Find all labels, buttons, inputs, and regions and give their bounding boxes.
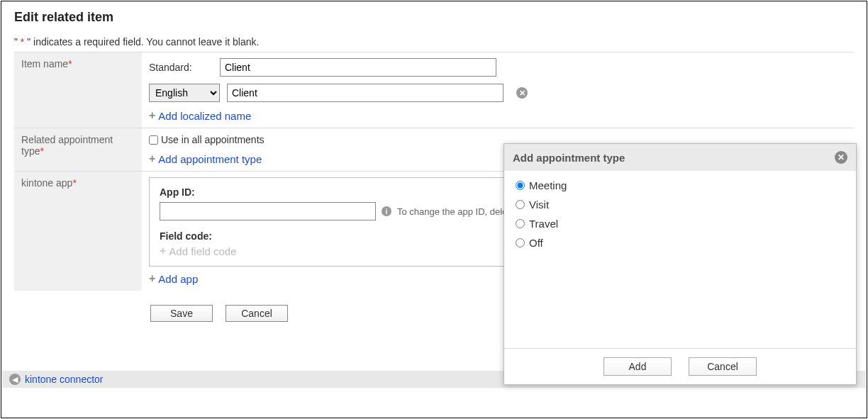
related-type-label: Related appointment type bbox=[21, 134, 113, 157]
plus-icon: + bbox=[149, 152, 155, 165]
standard-name-input[interactable] bbox=[220, 58, 496, 77]
required-mark: * bbox=[40, 145, 43, 157]
add-field-code-link: + Add field code bbox=[160, 245, 236, 257]
plus-icon: + bbox=[149, 272, 155, 285]
cancel-button[interactable]: Cancel bbox=[226, 305, 288, 322]
radio-meeting[interactable] bbox=[516, 181, 525, 190]
app-id-hint: To change the app ID, delete bbox=[397, 206, 515, 217]
app-id-input[interactable] bbox=[160, 202, 376, 220]
use-all-label: Use in all appointments bbox=[161, 134, 265, 145]
required-mark: * bbox=[72, 177, 76, 189]
add-app-text: Add app bbox=[158, 273, 198, 285]
dialog-title: Add appointment type bbox=[513, 152, 625, 164]
add-localized-name-link[interactable]: + Add localized name bbox=[149, 109, 251, 122]
radio-label: Meeting bbox=[529, 179, 567, 191]
kintone-app-label: kintone app bbox=[21, 177, 72, 189]
breadcrumb-link[interactable]: kintone connector bbox=[25, 374, 104, 385]
dialog-cancel-button[interactable]: Cancel bbox=[689, 357, 757, 376]
required-mark: * bbox=[68, 58, 72, 69]
add-localized-text: Add localized name bbox=[158, 110, 251, 122]
note-suffix: " indicates a required field. You cannot… bbox=[24, 36, 259, 48]
save-button[interactable]: Save bbox=[150, 305, 213, 322]
item-name-label: Item name bbox=[21, 58, 68, 69]
add-appointment-type-dialog: Add appointment type ✕ Meeting Visit Tra… bbox=[503, 143, 857, 385]
radio-label: Travel bbox=[529, 218, 558, 230]
add-field-code-text: Add field code bbox=[169, 245, 236, 257]
dialog-add-button[interactable]: Add bbox=[603, 357, 672, 376]
radio-label: Off bbox=[529, 237, 543, 249]
clear-localized-icon[interactable]: ✕ bbox=[516, 87, 528, 99]
plus-icon: + bbox=[160, 245, 166, 257]
page-title: Edit related item bbox=[1, 1, 867, 29]
close-icon[interactable]: ✕ bbox=[835, 151, 847, 164]
info-icon: i bbox=[382, 206, 391, 216]
radio-travel[interactable] bbox=[516, 219, 525, 228]
add-type-text: Add appointment type bbox=[158, 153, 262, 165]
localized-name-input[interactable] bbox=[227, 84, 503, 102]
radio-visit[interactable] bbox=[516, 200, 525, 209]
standard-label: Standard: bbox=[149, 62, 220, 73]
radio-off[interactable] bbox=[516, 238, 525, 247]
radio-label: Visit bbox=[529, 199, 549, 211]
required-field-note: " * " indicates a required field. You ca… bbox=[1, 29, 867, 52]
back-arrow-icon[interactable]: ◀ bbox=[9, 374, 21, 385]
plus-icon: + bbox=[149, 109, 155, 122]
use-all-appointments-checkbox[interactable] bbox=[149, 135, 158, 145]
add-app-link[interactable]: + Add app bbox=[149, 272, 198, 285]
add-appointment-type-link[interactable]: + Add appointment type bbox=[149, 152, 262, 165]
note-prefix: " bbox=[14, 36, 21, 48]
language-select[interactable]: English bbox=[149, 84, 220, 102]
